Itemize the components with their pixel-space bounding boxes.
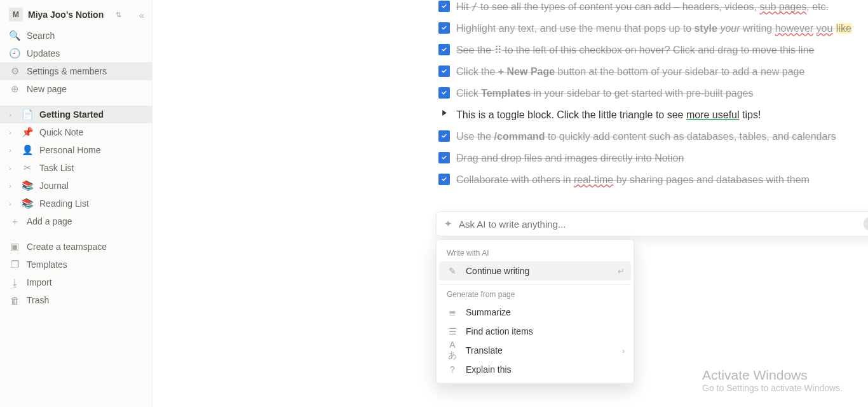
sidebar-search[interactable]: 🔍 Search: [0, 27, 152, 45]
todo-block[interactable]: Click the + New Page button at the botto…: [438, 61, 868, 83]
trash-icon: 🗑: [9, 295, 20, 306]
pencil-icon: ✎: [447, 266, 458, 276]
todo-text[interactable]: See the ⠿ to the left of this checkbox o…: [456, 43, 814, 58]
ai-item-label: Summarize: [466, 307, 511, 317]
sidebar-page-getting-started[interactable]: ›📄Getting Started: [0, 106, 152, 123]
workspace-switcher[interactable]: M Miya Joo's Notion ⇅ «: [0, 5, 152, 27]
ai-item-translate[interactable]: AあTranslate›: [439, 341, 631, 360]
sparkle-icon: ✦: [444, 218, 452, 230]
sidebar-page-journal[interactable]: ›📚Journal: [0, 177, 152, 195]
ai-section-title: Generate from page: [439, 286, 631, 303]
collapse-sidebar-icon[interactable]: «: [139, 10, 144, 20]
chevron-right-icon[interactable]: ›: [5, 182, 15, 190]
sidebar-new-page[interactable]: ⊕ New page: [0, 80, 152, 98]
todo-text[interactable]: Hit / to see all the types of content yo…: [456, 0, 829, 15]
todo-text[interactable]: Click Templates in your sidebar to get s…: [456, 86, 753, 101]
checklist-icon: ☰: [447, 326, 458, 336]
download-icon: ⭳: [9, 277, 20, 288]
ai-item-label: Continue writing: [466, 266, 529, 276]
checkbox-checked[interactable]: [438, 44, 450, 55]
workspace-name: Miya Joo's Notion: [28, 10, 111, 20]
ai-item-summarize[interactable]: ≣Summarize: [439, 303, 631, 322]
ai-send-button[interactable]: [864, 217, 868, 231]
search-icon: 🔍: [9, 30, 20, 41]
translate-icon: Aあ: [447, 340, 458, 361]
checkbox-checked[interactable]: [438, 87, 450, 99]
checkbox-checked[interactable]: [438, 22, 450, 34]
todo-text[interactable]: Click the + New Page button at the botto…: [456, 64, 804, 79]
sidebar-page-quick-note[interactable]: ›📌Quick Note: [0, 123, 152, 141]
ai-item-explain-this[interactable]: ?Explain this: [439, 360, 631, 379]
workspace-avatar: M: [9, 8, 23, 22]
todo-block[interactable]: Highlight any text, and use the menu tha…: [438, 18, 868, 39]
editor-area: Hit / to see all the types of content yo…: [153, 0, 868, 407]
sidebar-updates[interactable]: 🕘 Updates: [0, 45, 152, 62]
sidebar-page-reading-list[interactable]: ›📚Reading List: [0, 195, 152, 212]
chevron-right-icon[interactable]: ›: [5, 164, 15, 172]
page-icon: 📚: [22, 180, 33, 191]
page-icon: ✂: [22, 162, 33, 174]
chevron-right-icon[interactable]: ›: [5, 128, 15, 136]
chevron-right-icon[interactable]: ›: [5, 200, 15, 207]
sidebar-page-task-list[interactable]: ›✂Task List: [0, 159, 152, 177]
chevron-right-icon[interactable]: ›: [5, 146, 15, 154]
ai-item-find-action-items[interactable]: ☰Find action items: [439, 322, 631, 341]
checkbox-checked[interactable]: [438, 174, 450, 185]
ai-item-label: Translate: [466, 345, 503, 355]
page-label: Personal Home: [39, 145, 101, 155]
clock-icon: 🕘: [9, 48, 20, 59]
checkbox-checked[interactable]: [438, 130, 450, 142]
sidebar-new-page-label: New page: [27, 84, 67, 94]
toggle-block[interactable]: This is a toggle block. Click the little…: [438, 104, 868, 126]
sidebar-add-page[interactable]: ＋ Add a page: [0, 212, 152, 230]
plus-icon: ＋: [9, 216, 20, 228]
ai-item-continue-writing[interactable]: ✎Continue writing↵: [439, 261, 631, 280]
sidebar-create-teamspace[interactable]: ▣ Create a teamspace: [0, 238, 152, 256]
toggle-text[interactable]: This is a toggle block. Click the little…: [456, 107, 761, 123]
windows-activation-watermark: Activate Windows Go to Settings to activ…: [702, 368, 843, 393]
list-icon: ≣: [447, 307, 458, 317]
chevron-right-icon[interactable]: ›: [5, 111, 15, 118]
checkbox-checked[interactable]: [438, 66, 450, 77]
toggle-caret-icon[interactable]: [438, 109, 450, 116]
page-label: Quick Note: [39, 127, 83, 137]
sidebar-import[interactable]: ⭳ Import: [0, 273, 152, 291]
todo-block[interactable]: Click Templates in your sidebar to get s…: [438, 83, 868, 104]
todo-text[interactable]: Use the /command to quickly add content …: [456, 129, 836, 144]
checkbox-checked[interactable]: [438, 152, 450, 163]
sidebar-settings[interactable]: ⚙ Settings & members: [0, 62, 152, 80]
ai-input-bar[interactable]: ✦: [436, 211, 868, 237]
todo-text[interactable]: Highlight any text, and use the menu tha…: [456, 21, 852, 36]
ai-suggestions-menu: Write with AI✎Continue writing↵Generate …: [436, 239, 634, 384]
enter-key-icon: ↵: [618, 266, 625, 276]
sidebar-trash-label: Trash: [27, 295, 49, 305]
page-icon: 📄: [22, 109, 33, 120]
sidebar-updates-label: Updates: [27, 48, 60, 59]
todo-block[interactable]: Collaborate with others in real-time by …: [438, 169, 868, 191]
sidebar-teamspace-label: Create a teamspace: [27, 242, 107, 252]
ai-input[interactable]: [459, 219, 857, 230]
question-icon: ?: [447, 364, 458, 375]
page-label: Reading List: [39, 198, 89, 209]
page-icon: 📌: [22, 127, 33, 138]
todo-text[interactable]: Drag and drop files and images directly …: [456, 151, 684, 166]
teamspace-icon: ▣: [9, 241, 20, 252]
sidebar-settings-label: Settings & members: [27, 66, 107, 76]
todo-block[interactable]: See the ⠿ to the left of this checkbox o…: [438, 39, 868, 61]
sidebar-page-personal-home[interactable]: ›👤Personal Home: [0, 141, 152, 159]
sidebar-search-label: Search: [27, 31, 55, 41]
chevron-right-icon: ›: [622, 346, 625, 355]
sidebar-templates[interactable]: ❐ Templates: [0, 256, 152, 273]
checkbox-checked[interactable]: [438, 1, 450, 12]
watermark-title: Activate Windows: [702, 368, 843, 383]
sidebar-templates-label: Templates: [27, 259, 67, 270]
todo-text[interactable]: Collaborate with others in real-time by …: [456, 172, 810, 188]
todo-block[interactable]: Drag and drop files and images directly …: [438, 148, 868, 169]
page-label: Getting Started: [39, 109, 104, 120]
sidebar-trash[interactable]: 🗑 Trash: [0, 291, 152, 309]
page-label: Journal: [39, 181, 69, 191]
todo-block[interactable]: Use the /command to quickly add content …: [438, 126, 868, 148]
todo-block[interactable]: Hit / to see all the types of content yo…: [438, 0, 868, 18]
sidebar: M Miya Joo's Notion ⇅ « 🔍 Search 🕘 Updat…: [0, 0, 153, 407]
templates-icon: ❐: [9, 259, 20, 270]
